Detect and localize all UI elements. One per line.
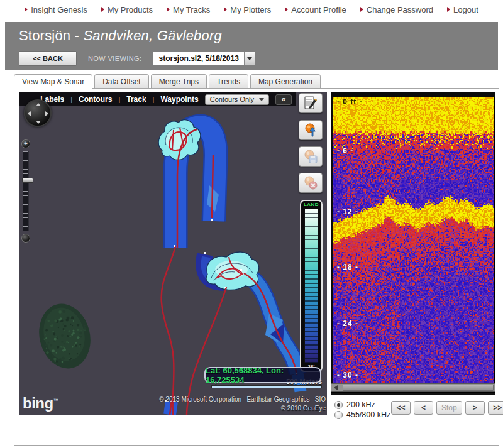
zoom-slider-handle[interactable] [22, 178, 33, 183]
legend-land-label: LAND [304, 202, 319, 208]
nav-account-profile[interactable]: Account Profile [285, 5, 346, 14]
map-pan-control[interactable] [24, 99, 52, 127]
sonar-left-bar [331, 92, 333, 383]
rewind-button[interactable]: << [391, 401, 411, 415]
nav-insight-genesis[interactable]: Insight Genesis [25, 5, 87, 14]
nav-link-label: My Plotters [230, 5, 271, 14]
tab-map-generation[interactable]: Map Generation [250, 74, 321, 88]
overlay-mode-value: Contours Only [210, 96, 254, 103]
pan-down-icon[interactable] [36, 121, 41, 124]
frequency-label: 200 kHz [346, 400, 375, 409]
pan-right-icon[interactable] [45, 111, 48, 116]
sonar-bottom-border [331, 393, 495, 395]
file-dropdown[interactable]: storsjon.sl2, 5/18/2013 [153, 52, 255, 65]
sonar-playback-controls: << < Stop > >> [391, 401, 503, 415]
toolbar-separator: | [118, 96, 120, 103]
frequency-radio-group: 200 kHz 455/800 kHz [334, 400, 390, 420]
insight-genesis-app: Insight Genesis My Products My Tracks My… [0, 0, 503, 448]
chevron-down-icon [247, 57, 252, 60]
frequency-option-200khz[interactable]: 200 kHz [334, 400, 390, 410]
trademark-symbol: ™ [53, 398, 58, 403]
depth-legend: LAND 26' [300, 200, 323, 372]
save-waypoints-button[interactable] [299, 146, 323, 167]
edit-notes-button[interactable] [299, 93, 323, 113]
waypoint-pin-delete-icon [303, 175, 318, 190]
depth-label-0ft: - 0 ft - [337, 97, 363, 106]
file-dropdown-value: storsjon.sl2, 5/18/2013 [153, 52, 243, 65]
sonar-scrollbar[interactable] [331, 383, 495, 392]
radio-selected-icon[interactable] [334, 401, 343, 409]
add-waypoint-button[interactable] [299, 120, 323, 140]
nav-link-label: Logout [453, 5, 478, 14]
nav-link-label: Change Password [367, 5, 433, 14]
tab-trends[interactable]: Trends [209, 74, 248, 88]
top-navigation: Insight Genesis My Products My Tracks My… [0, 0, 503, 19]
contour-area-south [206, 252, 259, 290]
map-zoom-control: + − [21, 139, 31, 243]
nav-link-label: My Tracks [173, 5, 210, 14]
frequency-option-455-800khz[interactable]: 455/800 kHz [334, 410, 390, 420]
nav-link-label: My Products [108, 5, 153, 14]
step-forward-button[interactable]: > [465, 401, 485, 415]
nav-bullet-icon [224, 7, 227, 12]
page-title: Storsjön - Sandviken, Gävleborg [19, 28, 222, 44]
sonar-top-bar [331, 92, 495, 97]
nav-change-password[interactable]: Change Password [360, 5, 433, 14]
depth-colorbar [304, 209, 318, 363]
island [33, 298, 97, 374]
depth-label-12ft: - 12 - [337, 207, 358, 216]
file-dropdown-button[interactable] [244, 52, 255, 65]
frequency-label: 455/800 kHz [346, 410, 390, 419]
tab-view-map-sonar[interactable]: View Map & Sonar [14, 74, 92, 89]
nav-my-tracks[interactable]: My Tracks [167, 5, 210, 14]
layer-toggle-contours[interactable]: Contours [79, 95, 112, 104]
fast-forward-button[interactable]: >> [488, 401, 503, 415]
depth-label-6ft: - 6 - [337, 146, 353, 155]
radio-unselected-icon[interactable] [334, 411, 343, 419]
nav-bullet-icon [167, 7, 170, 12]
pan-left-icon[interactable] [28, 111, 31, 116]
tab-merge-trips[interactable]: Merge Trips [151, 74, 207, 88]
step-back-button[interactable]: < [414, 401, 433, 415]
nav-logout[interactable]: Logout [447, 5, 478, 14]
nav-link-label: Insight Genesis [31, 5, 87, 14]
nav-link-label: Account Profile [291, 5, 346, 14]
stop-button[interactable]: Stop [436, 401, 462, 415]
toolbar-collapse-button[interactable]: « [275, 94, 292, 105]
nav-my-plotters[interactable]: My Plotters [224, 5, 271, 14]
map-layer-toolbar: Labels | Contours | Track | Waypoints Co… [19, 92, 296, 106]
depth-label-18ft: - 18 - [337, 263, 358, 271]
toolbar-separator: | [153, 96, 155, 103]
tab-data-offset[interactable]: Data Offset [94, 74, 148, 88]
page-title-location: Sandviken, Gävleborg [83, 28, 221, 43]
map-copyright: © 2013 Microsoft Corporation Earthstar G… [145, 395, 326, 413]
delete-waypoint-button[interactable] [299, 173, 323, 193]
scroll-left-icon[interactable] [334, 385, 338, 390]
nav-bullet-icon [360, 7, 363, 12]
header-controls-row: << BACK NOW VIEWING: storsjon.sl2, 5/18/… [19, 51, 255, 66]
overlay-mode-dropdown[interactable]: Contours Only [205, 94, 269, 105]
zoom-out-icon[interactable]: − [21, 234, 30, 243]
sonar-scrollbar-thumb[interactable] [343, 385, 494, 391]
bing-logo[interactable]: bing™ [23, 395, 58, 412]
depth-label-24ft: - 24 - [337, 319, 358, 328]
nav-bullet-icon [447, 7, 450, 12]
notepad-pencil-icon [303, 96, 318, 111]
nav-bullet-icon [285, 7, 288, 12]
layer-toggle-waypoints[interactable]: Waypoints [160, 95, 198, 104]
sonar-display[interactable] [333, 97, 494, 383]
back-button[interactable]: << BACK [19, 51, 77, 66]
page-header: Storsjön - Sandviken, Gävleborg << BACK … [5, 22, 498, 70]
sonar-panel: - 0 ft - - 6 - - 12 - - 18 - - 24 - - 30… [331, 92, 495, 393]
waypoint-pin-add-icon [303, 123, 318, 138]
chevron-down-icon [259, 98, 264, 101]
map-scale-bar [211, 385, 322, 388]
nav-bullet-icon [101, 7, 104, 12]
cursor-coordinates-readout: Lat: 60,568834, Lon: 16,725534 [204, 367, 321, 383]
nav-my-products[interactable]: My Products [101, 5, 153, 14]
pan-up-icon[interactable] [36, 103, 41, 106]
depth-label-30ft: - 30 - [337, 371, 358, 380]
zoom-slider-track[interactable] [23, 151, 29, 231]
layer-toggle-track[interactable]: Track [126, 95, 146, 104]
zoom-in-icon[interactable]: + [21, 139, 30, 148]
